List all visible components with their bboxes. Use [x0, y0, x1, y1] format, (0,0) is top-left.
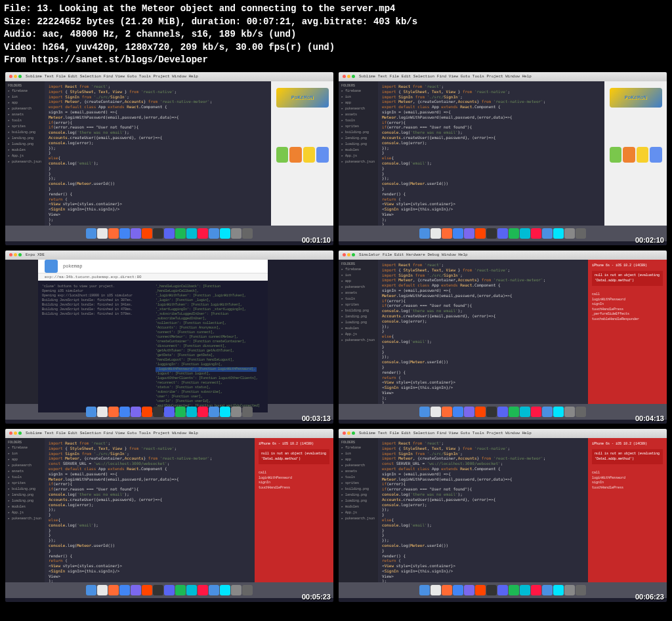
audio-value: aac, 48000 Hz, 2 channels, s16, 189 kb/s… [43, 29, 296, 39]
timestamp: 00:01:10 [302, 236, 331, 244]
thumbnail-6: Sublime Text File Edit Selection Find Vi… [339, 429, 667, 602]
mac-dock [5, 226, 333, 241]
audio-label: Audio: [4, 29, 37, 39]
phone-preview: PoKéMoN [271, 81, 333, 226]
mac-menubar: Sublime Text File Edit Selection Find Vi… [5, 72, 333, 81]
thumbnail-2: Sublime Text File Edit Selection Find Vi… [339, 72, 667, 245]
from-label: From [4, 54, 26, 65]
file-value: 13. Looking at the Meteor object and con… [37, 3, 395, 14]
error-panel: iPhone 6s - iOS 10.2 (14C89) null is not… [588, 260, 667, 404]
file-label: File: [4, 3, 32, 14]
file-sidebar: FOLDERS▸ firebase▸ ios▸ app▸ pokesearch▸… [5, 81, 45, 226]
from-value: https://sanet.st/blogs/Developer [32, 54, 208, 65]
thumbnail-grid: Sublime Text File Edit Selection Find Vi… [0, 70, 672, 605]
xde-console: 'close' buttons to view your project.Ope… [38, 281, 268, 412]
video-label: Video: [4, 42, 37, 52]
thumbnail-5: Sublime Text File Edit Selection Find Vi… [5, 429, 333, 602]
thumbnail-1: Sublime Text File Edit Selection Find Vi… [5, 72, 333, 245]
thumbnail-4: Simulator File Edit Hardware Debug Windo… [339, 250, 667, 424]
code-editor: import React from 'react';import { Style… [45, 81, 271, 226]
media-info-header: File: 13. Looking at the Meteor object a… [0, 0, 672, 70]
pokemon-logo: PoKéMoN [276, 88, 329, 108]
thumbnail-3: Expo XDE pokemap exp://ma-34b.toconn.pok… [5, 250, 333, 424]
video-value: h264, yuv420p, 1280x720, 209 kb/s, 30.00… [43, 42, 335, 52]
size-label: Size: [4, 16, 32, 27]
size-value: 22224652 bytes (21.20 MiB), duration: 00… [37, 16, 417, 27]
